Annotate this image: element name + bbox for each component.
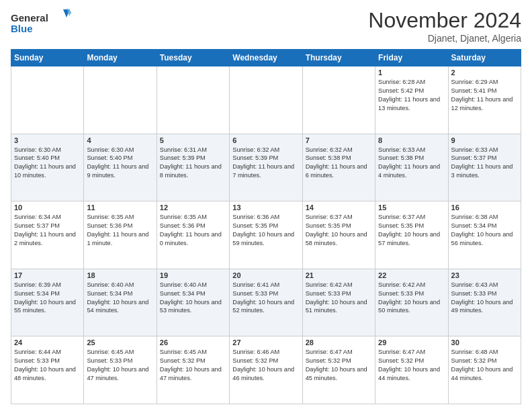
calendar-body: 1Sunrise: 6:28 AM Sunset: 5:42 PM Daylig… — [11, 66, 521, 404]
day-detail: Sunrise: 6:33 AM Sunset: 5:37 PM Dayligh… — [451, 146, 518, 181]
calendar-cell: 30Sunrise: 6:48 AM Sunset: 5:32 PM Dayli… — [448, 336, 521, 404]
day-detail: Sunrise: 6:40 AM Sunset: 5:34 PM Dayligh… — [87, 281, 153, 316]
calendar-cell: 14Sunrise: 6:37 AM Sunset: 5:35 PM Dayli… — [302, 201, 375, 269]
day-number: 4 — [87, 136, 153, 144]
day-detail: Sunrise: 6:30 AM Sunset: 5:40 PM Dayligh… — [14, 146, 81, 181]
header: General Blue November 2024 Djanet, Djane… — [11, 8, 521, 44]
day-number: 24 — [14, 338, 81, 347]
calendar-cell: 2Sunrise: 6:29 AM Sunset: 5:41 PM Daylig… — [448, 66, 521, 134]
calendar-week-0: 1Sunrise: 6:28 AM Sunset: 5:42 PM Daylig… — [11, 66, 521, 134]
calendar-cell: 12Sunrise: 6:35 AM Sunset: 5:36 PM Dayli… — [157, 201, 229, 269]
day-detail: Sunrise: 6:45 AM Sunset: 5:32 PM Dayligh… — [160, 348, 226, 383]
day-detail: Sunrise: 6:40 AM Sunset: 5:34 PM Dayligh… — [160, 281, 226, 316]
day-number: 8 — [378, 136, 445, 144]
page: General Blue November 2024 Djanet, Djane… — [0, 0, 532, 411]
day-detail: Sunrise: 6:32 AM Sunset: 5:38 PM Dayligh… — [306, 146, 372, 181]
logo-svg: General Blue — [11, 8, 71, 38]
calendar-header-row: Sunday Monday Tuesday Wednesday Thursday… — [11, 50, 521, 66]
calendar-cell: 15Sunrise: 6:37 AM Sunset: 5:35 PM Dayli… — [375, 201, 448, 269]
day-detail: Sunrise: 6:35 AM Sunset: 5:36 PM Dayligh… — [160, 213, 226, 248]
col-friday: Friday — [375, 50, 448, 66]
calendar-cell: 27Sunrise: 6:46 AM Sunset: 5:32 PM Dayli… — [230, 336, 302, 404]
day-number: 3 — [14, 136, 81, 144]
calendar-cell: 21Sunrise: 6:42 AM Sunset: 5:33 PM Dayli… — [302, 269, 375, 336]
day-number: 18 — [87, 271, 153, 279]
calendar: Sunday Monday Tuesday Wednesday Thursday… — [11, 49, 521, 404]
day-detail: Sunrise: 6:48 AM Sunset: 5:32 PM Dayligh… — [451, 348, 518, 383]
col-tuesday: Tuesday — [157, 50, 229, 66]
calendar-cell: 8Sunrise: 6:33 AM Sunset: 5:38 PM Daylig… — [375, 134, 448, 201]
day-number: 13 — [232, 203, 299, 212]
day-number: 2 — [451, 68, 518, 77]
title-block: November 2024 Djanet, Djanet, Algeria — [368, 8, 521, 44]
day-detail: Sunrise: 6:42 AM Sunset: 5:33 PM Dayligh… — [306, 281, 372, 316]
day-detail: Sunrise: 6:42 AM Sunset: 5:33 PM Dayligh… — [378, 281, 445, 316]
day-detail: Sunrise: 6:36 AM Sunset: 5:35 PM Dayligh… — [232, 213, 299, 248]
calendar-cell: 18Sunrise: 6:40 AM Sunset: 5:34 PM Dayli… — [84, 269, 157, 336]
calendar-cell: 16Sunrise: 6:38 AM Sunset: 5:34 PM Dayli… — [448, 201, 521, 269]
calendar-cell: 3Sunrise: 6:30 AM Sunset: 5:40 PM Daylig… — [11, 134, 84, 201]
day-detail: Sunrise: 6:31 AM Sunset: 5:39 PM Dayligh… — [160, 146, 226, 181]
calendar-cell: 24Sunrise: 6:44 AM Sunset: 5:33 PM Dayli… — [11, 336, 84, 404]
day-detail: Sunrise: 6:30 AM Sunset: 5:40 PM Dayligh… — [87, 146, 153, 181]
col-wednesday: Wednesday — [230, 50, 302, 66]
day-number: 11 — [87, 203, 153, 212]
calendar-cell: 17Sunrise: 6:39 AM Sunset: 5:34 PM Dayli… — [11, 269, 84, 336]
day-detail: Sunrise: 6:38 AM Sunset: 5:34 PM Dayligh… — [451, 213, 518, 248]
day-number: 30 — [451, 338, 518, 347]
day-number: 28 — [306, 338, 372, 347]
day-detail: Sunrise: 6:29 AM Sunset: 5:41 PM Dayligh… — [451, 78, 518, 113]
day-detail: Sunrise: 6:43 AM Sunset: 5:33 PM Dayligh… — [451, 281, 518, 316]
day-detail: Sunrise: 6:33 AM Sunset: 5:38 PM Dayligh… — [378, 146, 445, 181]
calendar-cell: 13Sunrise: 6:36 AM Sunset: 5:35 PM Dayli… — [230, 201, 302, 269]
calendar-cell: 6Sunrise: 6:32 AM Sunset: 5:39 PM Daylig… — [230, 134, 302, 201]
calendar-cell: 26Sunrise: 6:45 AM Sunset: 5:32 PM Dayli… — [157, 336, 229, 404]
calendar-week-1: 3Sunrise: 6:30 AM Sunset: 5:40 PM Daylig… — [11, 134, 521, 201]
day-detail: Sunrise: 6:35 AM Sunset: 5:36 PM Dayligh… — [87, 213, 153, 248]
calendar-week-2: 10Sunrise: 6:34 AM Sunset: 5:37 PM Dayli… — [11, 201, 521, 269]
day-detail: Sunrise: 6:47 AM Sunset: 5:32 PM Dayligh… — [306, 348, 372, 383]
day-number: 29 — [378, 338, 445, 347]
day-number: 5 — [160, 136, 226, 144]
day-number: 6 — [232, 136, 299, 144]
calendar-cell: 4Sunrise: 6:30 AM Sunset: 5:40 PM Daylig… — [84, 134, 157, 201]
svg-text:General: General — [11, 12, 48, 24]
calendar-cell: 11Sunrise: 6:35 AM Sunset: 5:36 PM Dayli… — [84, 201, 157, 269]
day-detail: Sunrise: 6:32 AM Sunset: 5:39 PM Dayligh… — [232, 146, 299, 181]
day-number: 27 — [232, 338, 299, 347]
day-detail: Sunrise: 6:44 AM Sunset: 5:33 PM Dayligh… — [14, 348, 81, 383]
day-detail: Sunrise: 6:45 AM Sunset: 5:33 PM Dayligh… — [87, 348, 153, 383]
day-detail: Sunrise: 6:28 AM Sunset: 5:42 PM Dayligh… — [378, 78, 445, 113]
day-detail: Sunrise: 6:37 AM Sunset: 5:35 PM Dayligh… — [378, 213, 445, 248]
day-number: 22 — [378, 271, 445, 279]
col-sunday: Sunday — [11, 50, 84, 66]
calendar-cell: 5Sunrise: 6:31 AM Sunset: 5:39 PM Daylig… — [157, 134, 229, 201]
calendar-cell: 22Sunrise: 6:42 AM Sunset: 5:33 PM Dayli… — [375, 269, 448, 336]
day-detail: Sunrise: 6:47 AM Sunset: 5:32 PM Dayligh… — [378, 348, 445, 383]
col-monday: Monday — [84, 50, 157, 66]
day-detail: Sunrise: 6:41 AM Sunset: 5:33 PM Dayligh… — [232, 281, 299, 316]
calendar-cell — [11, 66, 84, 134]
day-detail: Sunrise: 6:39 AM Sunset: 5:34 PM Dayligh… — [14, 281, 81, 316]
calendar-cell: 1Sunrise: 6:28 AM Sunset: 5:42 PM Daylig… — [375, 66, 448, 134]
calendar-cell: 7Sunrise: 6:32 AM Sunset: 5:38 PM Daylig… — [302, 134, 375, 201]
calendar-cell: 23Sunrise: 6:43 AM Sunset: 5:33 PM Dayli… — [448, 269, 521, 336]
calendar-week-3: 17Sunrise: 6:39 AM Sunset: 5:34 PM Dayli… — [11, 269, 521, 336]
calendar-cell: 10Sunrise: 6:34 AM Sunset: 5:37 PM Dayli… — [11, 201, 84, 269]
day-number: 21 — [306, 271, 372, 279]
calendar-cell: 28Sunrise: 6:47 AM Sunset: 5:32 PM Dayli… — [302, 336, 375, 404]
calendar-cell — [230, 66, 302, 134]
calendar-cell: 29Sunrise: 6:47 AM Sunset: 5:32 PM Dayli… — [375, 336, 448, 404]
day-number: 14 — [306, 203, 372, 212]
day-detail: Sunrise: 6:34 AM Sunset: 5:37 PM Dayligh… — [14, 213, 81, 248]
day-number: 9 — [451, 136, 518, 144]
calendar-cell — [84, 66, 157, 134]
col-thursday: Thursday — [302, 50, 375, 66]
day-number: 17 — [14, 271, 81, 279]
day-number: 16 — [451, 203, 518, 212]
day-number: 23 — [451, 271, 518, 279]
calendar-week-4: 24Sunrise: 6:44 AM Sunset: 5:33 PM Dayli… — [11, 336, 521, 404]
calendar-cell: 19Sunrise: 6:40 AM Sunset: 5:34 PM Dayli… — [157, 269, 229, 336]
calendar-cell — [157, 66, 229, 134]
svg-text:Blue: Blue — [11, 23, 33, 34]
